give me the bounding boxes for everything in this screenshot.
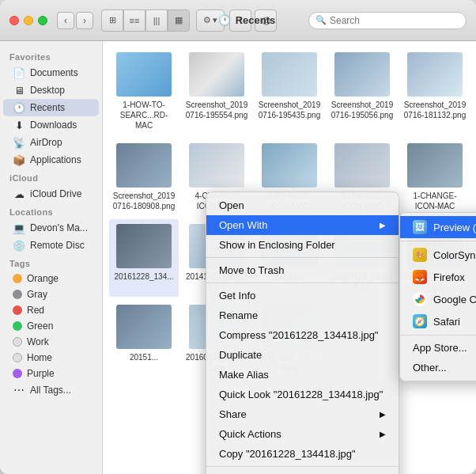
file-name: 20151...: [130, 352, 158, 362]
applications-icon: 📦: [13, 154, 25, 166]
file-thumbnail: [116, 52, 172, 97]
back-button[interactable]: ‹: [57, 12, 74, 29]
submenu-separator-2: [400, 335, 476, 336]
ctx-open[interactable]: Open: [206, 195, 399, 215]
submenu-safari[interactable]: 🧭 Safari: [400, 310, 476, 332]
sidebar-item-label: Recents: [30, 102, 65, 113]
title-icon: 🕐: [218, 14, 231, 26]
submenu-firefox[interactable]: 🦊 Firefox: [400, 266, 476, 288]
preview-icon: 🖼: [413, 220, 427, 234]
ctx-rename[interactable]: Rename: [206, 305, 399, 325]
sidebar-item-tag-gray[interactable]: Gray: [3, 286, 99, 302]
chrome-icon: [413, 292, 427, 306]
view-list-button[interactable]: ≡≡: [123, 9, 145, 32]
view-column-button[interactable]: |||: [145, 9, 168, 32]
file-item[interactable]: Screenshot_2019 0716-195554.png: [182, 47, 251, 135]
other-label: Other...: [413, 362, 447, 374]
tag-label: Green: [27, 320, 53, 332]
home-tag-dot: [13, 353, 22, 362]
file-name: Screenshot_2019 0716-180908.png: [112, 191, 176, 211]
sidebar-item-remote-disc[interactable]: 💿 Remote Disc: [3, 237, 99, 254]
sidebar-item-documents[interactable]: 📄 Documents: [3, 64, 99, 82]
file-item[interactable]: Screenshot_2019 0716-195056.png: [327, 47, 397, 135]
submenu-arrow-icon: ▶: [380, 221, 386, 229]
sidebar-item-recents[interactable]: 🕐 Recents: [3, 99, 99, 116]
sidebar-item-downloads[interactable]: ⬇ Downloads: [3, 116, 99, 134]
context-menu[interactable]: Open Open With ▶ 🖼 Preview (default): [206, 191, 399, 474]
file-item[interactable]: Screenshot_2019 0716-181132.png: [400, 47, 470, 135]
sidebar-item-all-tags[interactable]: ⋯ All Tags...: [3, 381, 99, 399]
view-buttons: ⊞ ≡≡ ||| ▦: [101, 9, 190, 32]
sidebar-item-label: AirDrop: [30, 137, 62, 148]
recents-icon: 🕐: [13, 101, 25, 114]
file-thumbnail: [116, 305, 172, 349]
icloud-drive-icon: ☁: [13, 188, 25, 200]
sidebar-item-devons-mac[interactable]: 💻 Devon's Ma...: [3, 219, 99, 237]
submenu-preview[interactable]: 🖼 Preview (default): [400, 216, 476, 238]
search-input[interactable]: [330, 15, 459, 26]
file-item[interactable]: 1-HOW-TO-SEARC...RD-MAC: [109, 47, 179, 135]
ctx-sep-3: [206, 466, 399, 467]
submenu-other[interactable]: Other...: [400, 358, 476, 377]
close-button[interactable]: [9, 16, 19, 25]
open-with-submenu[interactable]: 🖼 Preview (default) 🎨 ColorSync Utility …: [399, 212, 476, 381]
view-icon-button[interactable]: ⊞: [101, 9, 123, 32]
ctx-quick-look[interactable]: Quick Look "20161228_134418.jpg": [206, 385, 399, 404]
file-item[interactable]: 1-CHANGE-ICON-MAC: [400, 138, 470, 216]
ctx-make-alias[interactable]: Make Alias: [206, 365, 399, 385]
sidebar-item-tag-work[interactable]: Work: [3, 334, 99, 350]
tag-label: Purple: [27, 368, 55, 379]
sidebar-item-tag-orange[interactable]: Orange: [3, 271, 99, 286]
svg-point-0: [418, 298, 422, 301]
minimize-button[interactable]: [24, 16, 33, 25]
file-item[interactable]: Screenshot_2019 0716-180908.png: [109, 138, 179, 216]
ctx-duplicate[interactable]: Duplicate: [206, 345, 399, 365]
sidebar-item-applications[interactable]: 📦 Applications: [3, 151, 99, 169]
sidebar-item-tag-red[interactable]: Red: [3, 302, 99, 318]
ctx-get-info[interactable]: Get Info: [206, 286, 399, 305]
search-icon: 🔍: [315, 15, 327, 25]
sidebar-item-tag-purple[interactable]: Purple: [3, 366, 99, 381]
ctx-quick-actions[interactable]: Quick Actions ▶: [206, 424, 399, 444]
ctx-compress[interactable]: Compress "20161228_134418.jpg": [206, 325, 399, 345]
file-thumbnail: [116, 224, 172, 268]
file-name: Screenshot_2019 0716-181132.png: [403, 100, 467, 120]
sidebar-item-desktop[interactable]: 🖥 Desktop: [3, 82, 99, 99]
file-thumbnail: [116, 143, 172, 188]
purple-tag-dot: [13, 369, 22, 378]
share-arrow-icon: ▶: [380, 410, 386, 419]
file-item[interactable]: Screenshot_2019 0716-195435.png: [255, 47, 324, 135]
file-name: 1-CHANGE-ICON-MAC: [403, 191, 467, 211]
file-name: 1-HOW-TO-SEARC...RD-MAC: [112, 100, 176, 131]
ctx-use-groups[interactable]: Use Groups: [206, 469, 399, 474]
file-item[interactable]: 20151...: [109, 300, 179, 377]
search-box[interactable]: 🔍: [308, 12, 467, 29]
sidebar-item-tag-home[interactable]: Home: [3, 350, 99, 366]
forward-button[interactable]: ›: [76, 12, 93, 29]
submenu-app-store[interactable]: App Store...: [400, 338, 476, 358]
submenu-chrome[interactable]: Google Chrome: [400, 288, 476, 310]
documents-icon: 📄: [13, 66, 25, 79]
sidebar-item-label: Devon's Ma...: [30, 222, 88, 233]
sidebar-item-airdrop[interactable]: 📡 AirDrop: [3, 134, 99, 151]
locations-label: Locations: [0, 203, 102, 219]
favorites-label: Favorites: [0, 47, 102, 64]
ctx-open-with-label: Open With: [219, 219, 267, 231]
ctx-copy[interactable]: Copy "20161228_134418.jpg": [206, 444, 399, 464]
ctx-open-with[interactable]: Open With ▶ 🖼 Preview (default) 🎨 C: [206, 215, 399, 235]
disc-icon: 💿: [13, 239, 25, 252]
submenu-colorsync[interactable]: 🎨 ColorSync Utility: [400, 244, 476, 266]
ctx-move-trash[interactable]: Move to Trash: [206, 260, 399, 280]
maximize-button[interactable]: [38, 16, 47, 25]
sidebar-item-tag-green[interactable]: Green: [3, 318, 99, 334]
sidebar-item-label: Downloads: [30, 119, 77, 131]
sidebar-item-label: Desktop: [30, 85, 65, 96]
file-thumbnail: [262, 143, 317, 188]
ctx-share[interactable]: Share ▶: [206, 404, 399, 424]
sidebar-item-icloud-drive[interactable]: ☁ iCloud Drive: [3, 185, 99, 203]
sidebar-item-label: Applications: [30, 154, 81, 165]
green-tag-dot: [13, 321, 22, 331]
file-item-selected[interactable]: 20161228_134...: [109, 219, 179, 297]
ctx-show-enclosing[interactable]: Show in Enclosing Folder: [206, 235, 399, 255]
all-tags-icon: ⋯: [13, 384, 25, 396]
